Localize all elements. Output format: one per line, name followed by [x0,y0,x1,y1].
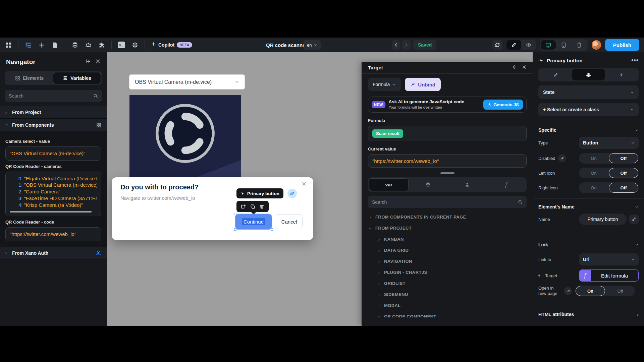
chevron-down-icon[interactable]: › [376,315,382,318]
selection-handle[interactable] [234,228,236,231]
open-new-page-toggle[interactable]: On Off [575,286,635,296]
close-icon[interactable] [95,59,101,65]
camera-select-value[interactable]: "OBS Virtual Camera (m-de:vice)" [5,146,101,161]
close-icon[interactable] [302,181,307,188]
desktop-icon[interactable] [541,40,556,50]
chevron-down-icon[interactable]: › [368,227,373,230]
camera-select-dropdown[interactable]: OBS Virtual Camera (m-de:vice) [129,74,245,89]
tree-group-row[interactable]: ›FROM COMPONENTS IN CURRENT PAGE [368,212,527,223]
tab-user[interactable] [448,178,487,191]
link-icon[interactable] [287,189,297,198]
code-value[interactable]: "https://twitter.com/weweb_io" [5,227,101,241]
tree-group-row[interactable]: ›NAVIGATION [368,256,527,267]
class-selector[interactable]: + Select or create a class [538,103,639,116]
preview-eye-icon[interactable] [521,40,536,50]
cancel-button[interactable]: Cancel [276,214,303,229]
apps-grid-icon[interactable] [5,41,12,49]
tab-settings-sliders-icon[interactable] [572,69,605,80]
link-to-dropdown[interactable]: Url [579,253,639,265]
disabled-toggle[interactable]: On Off [579,153,639,164]
tab-collections[interactable] [409,178,447,191]
section-element-name[interactable]: Element's Name [538,204,639,209]
section-from-project[interactable]: › From Project [0,106,107,119]
tab-elements[interactable]: Elements [6,72,53,84]
section-from-components[interactable]: › From Components [0,119,107,131]
pages-icon[interactable] [51,41,59,49]
publish-button[interactable]: Publish [605,39,639,51]
navigator-tree-icon[interactable] [24,41,32,49]
chevron-right-icon[interactable]: › [377,259,381,264]
selection-handle[interactable] [271,228,273,231]
create-component-icon[interactable] [241,204,246,209]
tree-group-row[interactable]: ›FROM PROJECT [368,223,527,234]
avatar[interactable] [592,40,601,50]
chevron-right-icon[interactable]: › [377,292,381,297]
undo-button[interactable] [392,40,400,50]
section-from-xano-auth[interactable]: › From Xano Auth X. [0,247,107,259]
bind-plug-icon[interactable] [558,154,566,162]
sync-icon[interactable] [492,40,502,50]
formula-variable-chip[interactable]: Scan result [372,129,403,138]
element-name-field[interactable]: Primary button [579,214,627,225]
locale-dropdown[interactable]: en [304,40,321,50]
settings-gear-icon[interactable] [131,41,139,49]
state-dropdown[interactable]: State [538,85,639,99]
more-menu-icon[interactable]: ••• [631,57,639,64]
left-icon-toggle[interactable]: On Off [579,168,639,178]
unbind-button[interactable]: Unbind [405,78,441,91]
edit-mode-pencil-icon[interactable] [506,40,521,50]
add-element-icon[interactable] [38,41,45,49]
chevron-right-icon[interactable]: › [377,270,381,275]
redo-button[interactable] [402,40,411,50]
cameras-array-value[interactable]: 0: "Elgato Virtual Camera (Devi:ce:01: "… [5,172,101,217]
section-link[interactable]: Link [538,242,639,247]
copilot-button[interactable]: Copilot BETA [151,42,192,48]
copy-icon[interactable] [250,204,255,209]
trash-icon[interactable] [259,204,264,209]
navigator-search[interactable] [5,90,102,102]
data-icon[interactable] [71,41,78,49]
horizontal-scrollbar[interactable] [10,211,92,213]
tree-group-row[interactable]: ›GRIDLIST [368,278,527,289]
continue-button[interactable]: Continue [235,214,272,229]
close-icon[interactable] [522,65,527,71]
chevron-right-icon[interactable]: › [369,215,372,220]
tablet-icon[interactable] [556,40,572,50]
generate-js-button[interactable]: Generate JS [483,100,523,110]
plugins-icon[interactable] [98,41,105,49]
tree-group-row[interactable]: ›DATA GRID [368,245,527,256]
mobile-icon[interactable] [572,40,587,50]
collaborators-icon[interactable] [85,41,92,49]
pin-panel-icon[interactable] [85,59,91,65]
resize-handle[interactable] [440,172,454,174]
tree-group-row[interactable]: ›MODAL [368,300,527,311]
right-icon-toggle[interactable]: On Off [579,182,639,193]
chevron-right-icon[interactable]: › [377,281,381,286]
formula-editor[interactable]: Scan result [368,126,527,141]
expand-icon[interactable] [629,215,639,224]
tab-styles-pencil-icon[interactable] [539,69,572,80]
selection-handle[interactable] [234,213,236,215]
section-specific[interactable]: Specific [538,127,639,133]
tab-formulas[interactable]: f [487,178,526,191]
chevron-right-icon[interactable]: › [377,248,381,253]
chevron-right-icon[interactable]: › [377,303,381,308]
tab-variables[interactable]: var [369,178,409,191]
tab-variables[interactable]: Variables [53,72,101,84]
binding-search[interactable] [368,196,527,208]
tree-group-row[interactable]: ›KANBAN [368,234,527,245]
tree-group-row[interactable]: ›PLUGIN - CHARTJS [368,267,527,278]
tree-group-row[interactable]: ›SIDEMENU [368,289,527,300]
tab-workflows-bolt-icon[interactable] [605,69,638,80]
tree-group-row[interactable]: ›QR CODE COMPONENT [368,311,527,317]
expand-panel-icon[interactable] [512,65,517,71]
search-input[interactable] [372,199,518,205]
type-dropdown[interactable]: Button [579,137,639,149]
html-attributes-row[interactable]: HTML attributes › [538,312,639,317]
chevron-right-icon[interactable]: › [377,237,381,242]
bind-plug-icon[interactable] [564,287,572,295]
selection-handle[interactable] [271,213,273,215]
binding-type-dropdown[interactable]: Formula [368,78,401,91]
edit-formula-button[interactable]: f Edit formula [579,269,639,282]
search-input[interactable] [9,93,93,99]
